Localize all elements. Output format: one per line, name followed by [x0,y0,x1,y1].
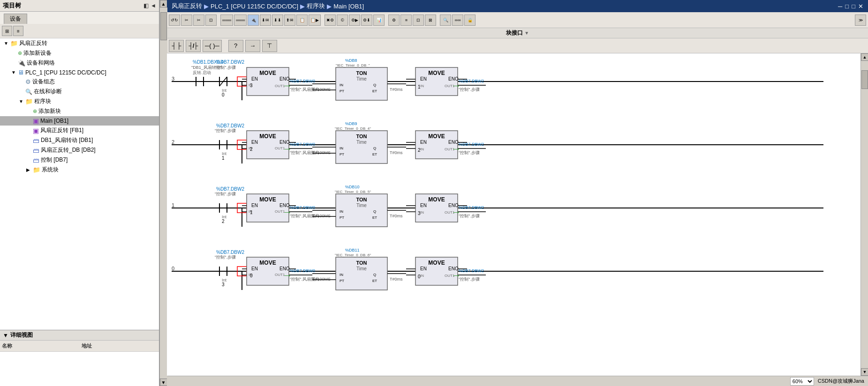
svg-text:EN: EN [251,266,258,271]
svg-text:%DB10: %DB10 [345,185,360,189]
rt-btn-18[interactable]: ⚙ [388,15,400,26]
tree-fan-root[interactable]: ▼ 📁 风扇正反转 [0,38,159,48]
svg-text:PT: PT [340,89,344,93]
tree-label-fb1: 风扇正反转 [FB1] [40,126,83,134]
lt-coil[interactable]: ─( )─ [203,40,222,52]
rt-btn-12[interactable]: 📋▶ [309,15,321,26]
rt-btn-19[interactable]: ≡ [400,15,412,26]
rt-btn-4[interactable]: ⊡ [205,15,217,26]
rt-btn-14[interactable]: © [337,15,348,26]
fb1-icon: ▣ [33,127,39,134]
tb-list-btn[interactable]: ≡ [13,26,23,36]
rt-btn-2[interactable]: ✂ [181,15,192,26]
ds-thumb[interactable] [861,70,868,89]
win-restore[interactable]: □ [845,3,849,10]
detail-view-header[interactable]: ▼ 详细视图 [0,330,159,341]
zoom-select[interactable]: 60% 75% 100% [790,377,814,386]
rt-btn-21[interactable]: ⊠ [425,15,436,26]
tb-grid-btn[interactable]: ⊞ [2,26,12,36]
svg-text:"控制".步骤: "控制".步骤 [459,150,480,155]
tree-control-db7[interactable]: 🗃 控制 [DB7] [0,155,159,165]
svg-text:⟶: ⟶ [453,83,459,88]
panel-pin-icon[interactable]: ◄ [151,2,156,9]
rt-btn-1[interactable]: ↺↻ [169,15,180,26]
ds-scroll-up[interactable]: ▲ [861,53,868,61]
tree-program-blocks[interactable]: ▼ 📁 程序块 [0,96,159,106]
tree-devices-net[interactable]: 🔌 设备和网络 [0,58,159,68]
panel-header-icons: ◧ ◄ [143,2,156,9]
tree-fan-db2[interactable]: 🗃 风扇正反转_DB [DB2] [0,145,159,155]
diagram-area[interactable]: %DB1.DBX0.4 "DB1_风扇转动". 反转.启动 %DB7.DBW2 … [167,53,860,376]
svg-text:%DB7.DBW0: %DB7.DBW0 [290,142,315,147]
svg-text:MOVE: MOVE [259,260,276,266]
breadcrumb-part4: Main [OB1] [333,3,364,10]
svg-text:3: 3 [418,211,421,216]
rt-btn-8[interactable]: ⬇✉ [260,15,271,26]
left-panel: 项目树 ◧ ◄ 设备 ⊞ ≡ ▼ 📁 风扇正反转 [0,0,159,386]
svg-text:%DB7.DBW2: %DB7.DBW2 [216,250,244,255]
lt-box[interactable]: ? [228,40,243,52]
svg-text:EN: EN [420,203,427,208]
scroll-track[interactable] [160,7,167,379]
tree-main-ob1[interactable]: ▣ Main [OB1] [0,116,159,126]
db1-icon: 🗃 [33,137,39,144]
tree-add-block[interactable]: ⊕ 添加新块 [0,106,159,116]
rt-btn-17[interactable]: 📊 [373,15,385,26]
win-minimize[interactable]: ─ [838,3,842,10]
svg-text:ENO: ENO [448,140,459,145]
tree-db1[interactable]: 🗃 DB1_风扇转动 [DB1] [0,135,159,145]
lt-arrow[interactable]: → [245,40,260,52]
lt-contact-no[interactable]: ┤ ├ [169,40,184,52]
svg-text:"控制".步骤: "控制".步骤 [215,65,236,70]
tree-system-block[interactable]: ▶ 📁 系统块 [0,165,159,175]
tree-plc1[interactable]: ▼ 🖥 PLC_1 [CPU 1215C DC/DC/DC] [0,68,159,77]
rt-btn-6[interactable]: ═══ [234,15,247,26]
tree-label-db7: 控制 [DB7] [41,156,68,164]
svg-text:EN: EN [251,140,258,145]
rt-btn-24[interactable]: 🔒 [464,15,476,26]
svg-text:Q: Q [373,83,376,87]
ds-scroll-down[interactable]: ▼ [861,368,868,376]
rt-btn-22[interactable]: 🔍 [440,15,451,26]
add-device-icon: ⊕ [18,50,22,56]
ds-track[interactable] [861,61,868,368]
svg-text:%DB7.DBW2: %DB7.DBW2 [216,123,244,128]
win-close[interactable]: ✕ [858,3,863,10]
svg-text:Q: Q [373,146,376,150]
rt-btn-expand[interactable]: ≫ [855,15,866,26]
lt-contact-nc[interactable]: ┤/├ [186,40,201,52]
svg-text:ENO: ENO [279,76,290,82]
rt-btn-11[interactable]: 📋 [296,15,308,26]
rt-btn-16[interactable]: ⚙⬇ [361,15,372,26]
panel-collapse-icon[interactable]: ◧ [143,2,149,9]
rt-btn-3[interactable]: ✂ [193,15,204,26]
scroll-up-btn[interactable]: ▲ [160,0,167,7]
scroll-down-btn[interactable]: ▼ [160,379,167,386]
svg-text:"控制".步骤: "控制".步骤 [459,87,480,92]
tree-device-config[interactable]: ⚙ 设备组态 [0,77,159,87]
device-tab[interactable]: 设备 [4,14,27,24]
rt-btn-13[interactable]: ✖⚙ [325,15,336,26]
win-maximize[interactable]: □ [852,3,855,10]
svg-text:IN: IN [420,274,424,278]
detail-scroll-area[interactable] [0,352,159,386]
svg-text:2: 2 [418,148,421,153]
rt-btn-10[interactable]: ⬆✉ [284,15,295,26]
tree-online-diag[interactable]: 🔍 在线和诊断 [0,87,159,96]
svg-text:Time: Time [356,203,367,208]
rt-btn-9[interactable]: ⬇⬇ [272,15,283,26]
tree-fan-fb1[interactable]: ▣ 风扇正反转 [FB1] [0,126,159,135]
svg-text:MOVE: MOVE [259,70,276,76]
svg-text:"控制".步骤: "控制".步骤 [459,214,480,218]
lt-jump[interactable]: ⊤ [262,40,277,52]
db7-icon: 🗃 [33,156,39,164]
rt-btn-5[interactable]: ═══ [220,15,233,26]
rt-btn-20[interactable]: ⊡ [413,15,424,26]
tree-add-device[interactable]: ⊕ 添加新设备 [0,48,159,58]
scroll-thumb[interactable] [160,12,167,40]
rt-btn-7[interactable]: 🔌 [248,15,259,26]
rt-btn-15[interactable]: ⚙▶ [349,15,360,26]
folder-icon-fan: 📁 [10,40,18,47]
tree-label-devices-net: 设备和网络 [27,59,55,67]
rt-btn-23[interactable]: ∞∞ [452,15,463,26]
